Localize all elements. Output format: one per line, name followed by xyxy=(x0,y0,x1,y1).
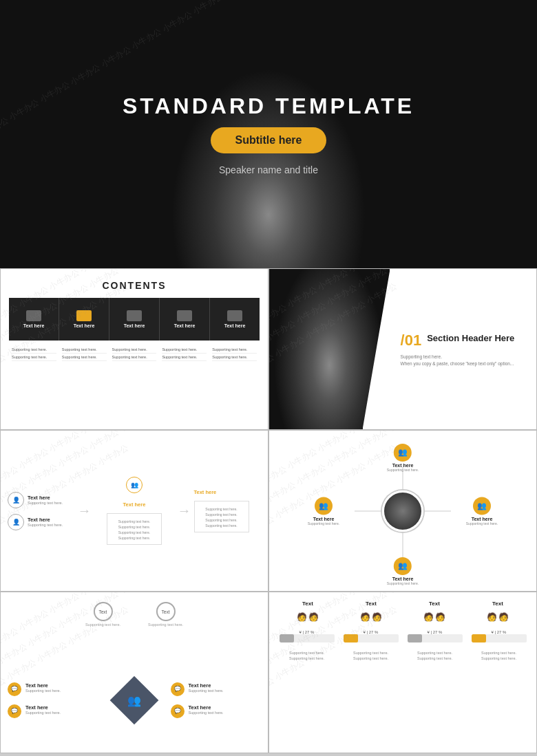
subtitle-button[interactable]: Subtitle here xyxy=(211,127,327,153)
flow-center-label: Text here xyxy=(123,501,146,508)
circle-sub-bottom: Supporting text here. xyxy=(387,581,419,585)
top-circle-shape-2: Text xyxy=(156,602,176,621)
chart-bar-item-0: ¥ | 27 % xyxy=(280,630,335,644)
chart-sub-1b: Supporting text here. xyxy=(353,656,388,660)
chart-bar-fill-2 xyxy=(408,634,423,642)
top-circle-2: Text Supporting text here. xyxy=(148,602,183,627)
diamond-label-right-1: Text here xyxy=(189,682,224,689)
person-icon-2: 🧑 xyxy=(423,612,434,622)
contents-list-col-1: Supporting text here. Supporting text he… xyxy=(9,346,59,361)
diamond-icon-left-1: 💬 xyxy=(8,682,21,696)
chart-header-0: Text xyxy=(302,601,313,607)
flow-center-icon: 👥 xyxy=(126,477,143,493)
flow-label-1: Text here xyxy=(28,495,63,501)
flow-left: 👤 Text here Supporting text here. 👤 Text… xyxy=(8,492,75,530)
chart-bar-fill-3 xyxy=(472,634,487,642)
flow-sub-1: Supporting text here. xyxy=(28,501,63,505)
list-item: Supporting text here. xyxy=(212,354,257,361)
circle-node-top: 👥 Text here Supporting text here. xyxy=(387,444,419,472)
person-icon-1: 🧑 xyxy=(360,612,370,622)
section-number: /01 xyxy=(401,332,422,349)
diamond-text-left-2: Text here Supporting text here. xyxy=(25,704,61,715)
slide-2-contents: CONTENTS Text here Text here Text here T… xyxy=(0,268,268,430)
flow-container: 👤 Text here Supporting text here. 👤 Text… xyxy=(8,477,261,545)
contents-col-label-1: Text here xyxy=(23,323,45,328)
chart-bar-bg-3 xyxy=(472,634,527,642)
person-icon-row-3: 🧑 🧑 xyxy=(487,612,509,622)
list-item: Supporting text here. xyxy=(112,346,157,354)
circle-icon-bottom: 👥 xyxy=(394,557,412,575)
contents-list: Supporting text here. Supporting text he… xyxy=(9,346,260,361)
diamond-sub-right-1: Supporting text here. xyxy=(189,689,224,693)
person-icon-row-2: 🧑 🧑 xyxy=(423,612,445,622)
circle-diagram: 👥 Text here Supporting text here. 👥 Text… xyxy=(341,456,465,566)
contents-icon-5 xyxy=(227,310,242,321)
list-item: Supporting text here. xyxy=(112,354,157,361)
diamond-icon-right-2: 💬 xyxy=(171,704,185,718)
flow-right-sub-1: Supporting text here. xyxy=(200,512,243,517)
arrow-right: → xyxy=(178,503,191,519)
flow-right-sub-2: Supporting text here. xyxy=(200,518,243,522)
diamond-shape: 👥 xyxy=(110,676,159,724)
flow-sub-2: Supporting text here. xyxy=(28,523,63,527)
slide-4-flow: 👤 Text here Supporting text here. 👤 Text… xyxy=(0,430,268,592)
flow-right-box: Supporting text here. Supporting text he… xyxy=(194,501,249,532)
chart-bar-bg-1 xyxy=(344,634,399,642)
circle-sub-left: Supporting text here. xyxy=(308,521,339,525)
diamond-sub-left-2: Supporting text here. xyxy=(25,711,61,715)
diamond-label-left-1: Text here xyxy=(25,682,61,689)
circle-icon-right: 👥 xyxy=(473,497,491,515)
flow-right: Text here Supporting text here. Supporti… xyxy=(194,489,262,532)
chart-sub-row: Supporting text here. Supporting text he… xyxy=(276,649,529,660)
diamond-right: 💬 Text here Supporting text here. 💬 Text… xyxy=(171,682,261,718)
chart-sub-item-1: Supporting text here. Supporting text he… xyxy=(344,649,399,660)
flow-right-label: Text here xyxy=(194,489,217,495)
circle-icon-top: 👥 xyxy=(394,444,412,462)
circle-sub-right: Supporting text here. xyxy=(466,521,498,525)
diamond-center: 👥 xyxy=(98,683,170,717)
flow-center-sub-0: Supporting text here. xyxy=(113,519,156,523)
chart-header-2: Text xyxy=(429,601,440,607)
diamond-icon-center: 👥 xyxy=(127,693,141,706)
flow-icon-1: 👤 xyxy=(8,492,24,508)
circle-sub-top: Supporting text here. xyxy=(387,468,419,472)
chart-sub-3b: Supporting text here. xyxy=(481,656,516,660)
slide-3-section: /01 Section Header Here Supporting text … xyxy=(268,268,537,430)
circle-label-bottom: Text here xyxy=(392,576,414,581)
chart-icon-item-1: 🧑 🧑 xyxy=(344,612,399,623)
list-item: Supporting text here. xyxy=(62,346,107,354)
chart-bar-fill-1 xyxy=(344,634,359,642)
top-circle-1: Text Supporting text here. xyxy=(85,602,120,627)
diamond-item-left-1: 💬 Text here Supporting text here. xyxy=(8,682,98,696)
top-circles: Text Supporting text here. Text Supporti… xyxy=(85,602,183,627)
contents-list-col-3: Supporting text here. Supporting text he… xyxy=(109,346,160,361)
diamond-text-right-2: Text here Supporting text here. xyxy=(189,704,224,715)
circle-center-image xyxy=(382,490,423,532)
chart-bar-item-2: ¥ | 27 % xyxy=(408,630,463,644)
chart-sub-item-0: Supporting text here. Supporting text he… xyxy=(280,649,335,660)
person-icon-3: 🧑 xyxy=(487,612,497,622)
contents-col-2: Text here xyxy=(59,298,109,341)
person-icon-row-1: 🧑 🧑 xyxy=(360,612,382,622)
chart-bar-fill-0 xyxy=(280,634,295,642)
chart-sub-item-2: Supporting text here. Supporting text he… xyxy=(408,649,463,660)
flow-right-sub-3: Supporting text here. xyxy=(200,523,243,528)
person-icon-0: 🧑 xyxy=(297,612,307,622)
chart-bar-bg-0 xyxy=(280,634,335,642)
person-icon-row-0: 🧑 🧑 xyxy=(297,612,319,622)
circle-node-bottom: 👥 Text here Supporting text here. xyxy=(387,557,419,585)
contents-list-col-5: Supporting text here. Supporting text he… xyxy=(209,346,260,361)
flow-center-sub-1: Supporting text here. xyxy=(113,525,156,529)
contents-col-3: Text here xyxy=(109,298,160,341)
contents-icon-3 xyxy=(127,310,142,321)
arrow-left: → xyxy=(78,503,92,519)
diamond-sub-right-2: Supporting text here. xyxy=(189,711,224,715)
flow-center-box: Supporting text here. Supporting text he… xyxy=(107,513,162,545)
person-icon-1b: 🧑 xyxy=(372,612,382,622)
list-item: Supporting text here. xyxy=(12,346,56,354)
contents-col-label-2: Text here xyxy=(74,323,95,328)
top-circle-label-sub-2: Supporting text here. xyxy=(148,623,183,627)
chart-sub-1a: Supporting text here. xyxy=(353,651,388,655)
top-circle-label-1: Text xyxy=(99,609,107,614)
chart-sub-3a: Supporting text here. xyxy=(481,651,516,655)
